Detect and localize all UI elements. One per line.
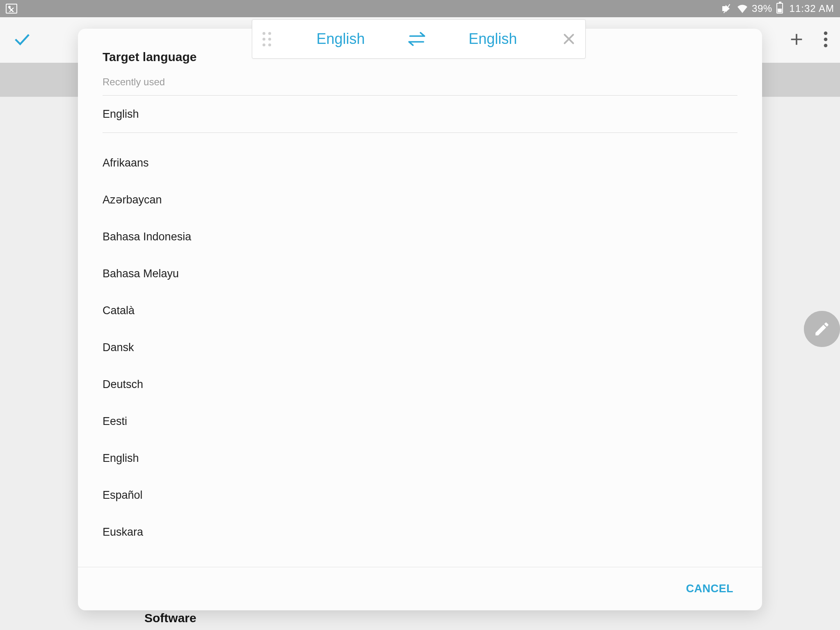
language-option[interactable]: Azərbaycan xyxy=(103,181,737,218)
language-option[interactable]: Afrikaans xyxy=(103,144,737,181)
drag-handle-icon[interactable] xyxy=(252,20,281,58)
language-option[interactable]: Deutsch xyxy=(103,366,737,403)
language-list[interactable]: English AfrikaansAzərbaycanBahasa Indone… xyxy=(78,96,762,567)
swap-languages-button[interactable] xyxy=(400,31,433,47)
status-bar: 39% 11:32 AM xyxy=(0,0,840,17)
edit-fab[interactable] xyxy=(804,311,840,347)
battery-percent: 39% xyxy=(752,3,772,14)
language-option-recent[interactable]: English xyxy=(103,96,737,132)
status-left xyxy=(6,4,17,14)
recent-section-label: Recently used xyxy=(78,76,762,95)
add-button[interactable] xyxy=(788,31,805,49)
battery-icon xyxy=(776,3,783,14)
mute-icon xyxy=(722,4,733,13)
language-option[interactable]: Bahasa Melayu xyxy=(103,255,737,292)
svg-point-0 xyxy=(824,31,828,35)
svg-point-1 xyxy=(824,37,828,41)
status-time: 11:32 AM xyxy=(790,3,834,14)
language-option[interactable]: Eesti xyxy=(103,403,737,440)
language-option[interactable]: English xyxy=(103,440,737,477)
svg-point-2 xyxy=(824,43,828,47)
language-option[interactable]: Bahasa Indonesia xyxy=(103,218,737,255)
language-option[interactable]: Català xyxy=(103,292,737,329)
status-right: 39% 11:32 AM xyxy=(722,3,834,14)
picture-icon xyxy=(6,4,17,14)
close-translate-bar-button[interactable] xyxy=(552,32,585,46)
confirm-button[interactable] xyxy=(12,30,31,50)
background-heading: Software xyxy=(144,611,196,625)
language-option[interactable]: Dansk xyxy=(103,329,737,366)
target-language-dialog: Target language Recently used English Af… xyxy=(78,29,762,610)
wifi-icon xyxy=(737,4,748,13)
source-language-button[interactable]: English xyxy=(281,30,400,48)
more-options-button[interactable] xyxy=(824,31,828,49)
language-option[interactable]: Euskara xyxy=(103,514,737,550)
target-language-button[interactable]: English xyxy=(433,30,552,48)
language-option[interactable]: Español xyxy=(103,477,737,514)
translate-bar[interactable]: English English xyxy=(252,19,586,59)
cancel-button[interactable]: CANCEL xyxy=(682,574,738,603)
dialog-footer: CANCEL xyxy=(78,567,762,610)
